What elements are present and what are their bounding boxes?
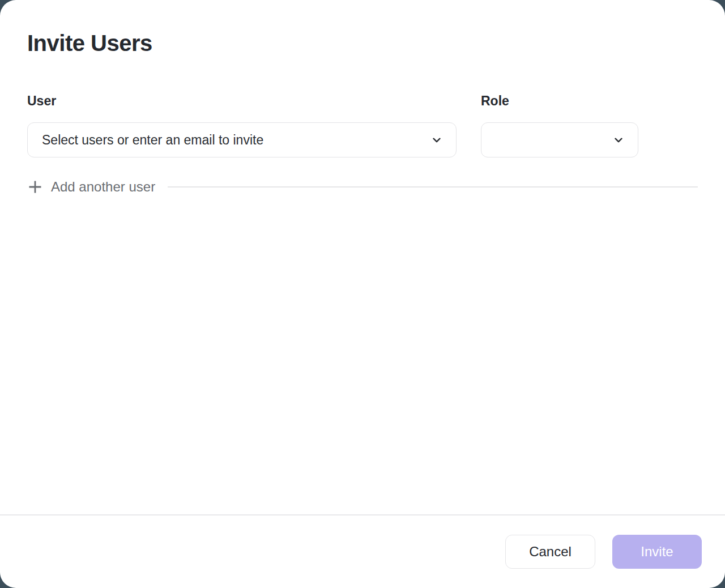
user-select-placeholder: Select users or enter an email to invite xyxy=(42,133,430,148)
add-another-user-row: Add another user xyxy=(27,179,698,195)
role-field-label: Role xyxy=(481,93,638,109)
add-row-divider xyxy=(168,186,698,188)
invite-button[interactable]: Invite xyxy=(612,535,702,569)
invite-users-modal: Invite Users User Select users or enter … xyxy=(0,0,725,588)
empty-content-area xyxy=(27,195,698,514)
modal-body: Invite Users User Select users or enter … xyxy=(0,0,725,514)
chevron-down-icon xyxy=(430,133,443,147)
role-field: Role xyxy=(481,93,638,157)
invite-form-row: User Select users or enter an email to i… xyxy=(27,93,698,157)
role-select[interactable] xyxy=(481,122,638,157)
add-another-user-label: Add another user xyxy=(51,179,155,195)
user-select[interactable]: Select users or enter an email to invite xyxy=(27,122,457,157)
user-field: User Select users or enter an email to i… xyxy=(27,93,457,157)
plus-icon xyxy=(27,179,43,195)
page-backdrop: Invite Users User Select users or enter … xyxy=(0,0,725,588)
cancel-button[interactable]: Cancel xyxy=(505,535,595,569)
modal-footer: Cancel Invite xyxy=(0,515,725,588)
modal-title: Invite Users xyxy=(27,29,698,57)
chevron-down-icon xyxy=(612,133,625,147)
user-field-label: User xyxy=(27,93,457,109)
add-another-user-button[interactable]: Add another user xyxy=(27,179,155,195)
